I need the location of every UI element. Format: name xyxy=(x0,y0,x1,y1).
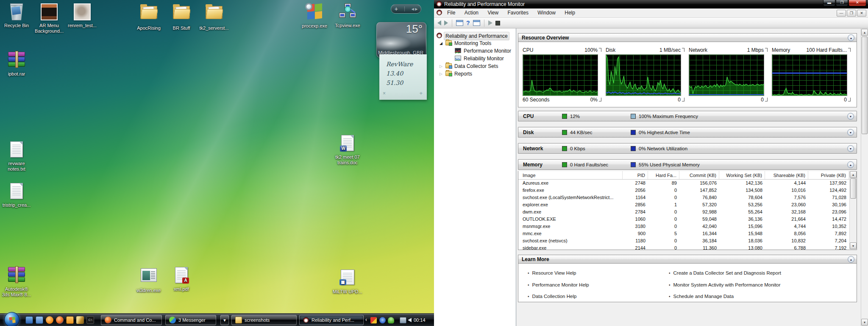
desktop-icon-procexp[interactable]: procexp.exe xyxy=(298,3,331,29)
desktop-icon-tristrip[interactable]: tristrip_crea... xyxy=(0,182,33,208)
collapse-section-button[interactable]: ▲ xyxy=(848,256,854,263)
desktop-icon-autodesk-rar[interactable]: Autodesk®3ds Max® 8... xyxy=(0,265,33,298)
collapse-section-button[interactable]: ▲ xyxy=(847,161,854,168)
table-row[interactable]: OUTLOOK.EXE1060059,04836,13621,66414,472 xyxy=(518,216,857,223)
column-header-hard-faults[interactable]: Hard Fa... xyxy=(648,171,679,179)
collapse-section-button[interactable]: ▲ xyxy=(848,34,854,41)
column-header-shareable[interactable]: Shareable (KB) xyxy=(765,171,808,179)
help-button[interactable]: ? xyxy=(466,20,470,26)
gadget-next-button[interactable]: ▶ xyxy=(415,7,417,11)
desktop-icon-revware-notes[interactable]: revwarenotes.txt xyxy=(0,140,33,172)
help-link[interactable]: Create a Data Collector Set and Diagnosi… xyxy=(669,270,781,275)
desktop-icon-xml-pdf[interactable]: A xml.pdf xyxy=(165,266,198,292)
desktop-icon-renrem[interactable]: renrem_test... xyxy=(66,3,99,28)
scroll-up-button[interactable]: ▲ xyxy=(861,29,868,36)
minimize-button[interactable]: ▬ xyxy=(823,0,835,6)
menu-view[interactable]: View xyxy=(484,8,502,17)
close-button[interactable]: ✕ xyxy=(849,0,866,6)
switch-windows-icon[interactable] xyxy=(36,316,43,324)
table-row[interactable]: explorer.exe2856157,32053,25623,06030,19… xyxy=(518,201,857,208)
scroll-down-button[interactable]: ▼ xyxy=(861,319,868,326)
desktop-icon-ar-menu[interactable]: AR MenuBackground... xyxy=(33,3,66,34)
desktop-icon-br-stuff[interactable]: BR Stuff xyxy=(165,3,198,31)
start-button[interactable] xyxy=(4,312,19,326)
menu-help[interactable]: Help xyxy=(561,8,579,17)
desktop-icon-w3dren[interactable]: w3dren.exe xyxy=(132,266,165,293)
forward-button[interactable] xyxy=(444,20,448,25)
table-row[interactable]: firefox.exe20560147,852134,50810,016124,… xyxy=(518,187,857,194)
help-link[interactable]: Monitor System Activity with Performance… xyxy=(669,282,781,287)
desktop-icon-tcpview[interactable]: Tcpview.exe xyxy=(331,3,364,28)
expand-section-button[interactable]: ▼ xyxy=(847,145,854,152)
tree-item-reports[interactable]: ▷ Reports xyxy=(434,70,516,78)
stop-button[interactable] xyxy=(495,21,500,25)
schedule-icon[interactable] xyxy=(66,316,74,324)
table-row[interactable]: Azureus.exe274889156,076142,1364,144137,… xyxy=(518,180,857,187)
taskbar-button-screenshots[interactable]: screenshots xyxy=(231,315,297,325)
help-link[interactable]: Data Collection Help xyxy=(528,294,576,299)
help-link[interactable]: Schedule and Manage Data xyxy=(669,294,734,299)
desktop-icon-tk2-meet-doc[interactable]: W tk2 meet 07trains.doc xyxy=(331,134,364,166)
desktop-icon-apocrising[interactable]: ApocRising xyxy=(132,3,165,31)
scroll-down-button[interactable]: ▼ xyxy=(850,242,857,249)
column-header-commit[interactable]: Commit (KB) xyxy=(679,171,719,179)
table-row[interactable]: svchost.exe (LocalSystemNetworkRestrict.… xyxy=(518,194,857,201)
expander-collapsed-icon[interactable]: ▷ xyxy=(440,70,442,78)
table-scrollbar[interactable]: ▲ ▼ xyxy=(849,171,857,249)
menu-action[interactable]: Action xyxy=(461,8,482,17)
sticky-note-gadget[interactable]: RevWare 13.40 51.30 × + xyxy=(379,54,427,100)
table-row[interactable]: msnmsgr.exe3180042,04015,0964,74410,352 xyxy=(518,223,857,230)
desktop-icon-tk2-serverst[interactable]: tk2_serverst... xyxy=(198,3,231,31)
title-bar[interactable]: Reliability and Performance Monitor ▬ ❐ … xyxy=(434,0,868,8)
help-link[interactable]: Resource View Help xyxy=(528,270,576,275)
scrollbar-thumb[interactable] xyxy=(850,178,856,199)
column-header-private[interactable]: Private (KB) xyxy=(808,171,849,179)
desktop-icon-ipbot-rar[interactable]: ipbot.rar xyxy=(0,50,33,77)
mdi-system-icon[interactable] xyxy=(437,10,442,15)
expander-collapsed-icon[interactable]: ▷ xyxy=(440,62,442,70)
mdi-close-button[interactable]: ✕ xyxy=(857,10,866,17)
taskbar-button-command[interactable]: Command and Co... xyxy=(101,315,162,325)
expander-expanded-icon[interactable]: ◢ xyxy=(440,39,442,47)
expand-section-button[interactable]: ▼ xyxy=(847,113,854,120)
tray-network-icon[interactable] xyxy=(400,317,406,323)
restore-button[interactable]: ❐ xyxy=(836,0,848,6)
help-link[interactable]: Performance Monitor Help xyxy=(528,282,589,287)
network-meter-bar[interactable]: Network 0 Kbps 0% Network Utilization ▼ xyxy=(518,143,857,154)
tray-msn-icon[interactable] xyxy=(379,317,386,323)
gadget-control-strip[interactable]: + ◀ ▶ xyxy=(391,4,421,14)
cpu-meter-bar[interactable]: CPU 12% 100% Maximum Frequency ▼ xyxy=(518,111,857,121)
taskbar-clock[interactable]: 00:14 xyxy=(414,318,426,323)
column-header-pid[interactable]: PID xyxy=(623,171,648,179)
taskbar-button-messenger[interactable]: 3 Messenger xyxy=(165,315,216,325)
table-row[interactable]: sidebar.exe2144011,36013,0806,7887,192 xyxy=(518,244,857,250)
desktop-icon-miltw[interactable]: ▦ MiLTW UPD... xyxy=(331,268,364,295)
memory-meter-bar[interactable]: Memory 0 Hard Faults/sec 55% Used Physic… xyxy=(518,159,857,170)
table-row[interactable]: mmc.exe900516,34415,9488,0567,892 xyxy=(518,230,857,237)
menu-file[interactable]: File xyxy=(443,8,459,17)
tray-expand-chevron[interactable]: ‹ xyxy=(365,317,367,323)
weather-gadget[interactable]: 15° Middlesbrough, GBR xyxy=(376,22,426,58)
tree-item-data-collector-sets[interactable]: ▷ Data Collector Sets xyxy=(434,62,516,70)
learn-more-header[interactable]: Learn More ▲ xyxy=(518,255,857,264)
menu-window[interactable]: Window xyxy=(534,8,559,17)
expand-section-button[interactable]: ▼ xyxy=(847,129,854,136)
note-delete-button[interactable]: × xyxy=(383,89,386,98)
back-button[interactable] xyxy=(437,20,441,25)
resource-overview-header[interactable]: Resource Overview ▲ xyxy=(518,33,857,42)
scroll-up-button[interactable]: ▲ xyxy=(850,171,857,178)
details-pane-scrollbar[interactable]: ▲ ▼ xyxy=(861,28,868,326)
tree-item-monitoring-tools[interactable]: ◢ Monitoring Tools xyxy=(434,39,516,47)
desktop-icon-recycle-bin[interactable]: Recycle Bin xyxy=(0,3,33,28)
show-console-tree-button[interactable] xyxy=(456,20,463,26)
menu-favorites[interactable]: Favorites xyxy=(504,8,532,17)
gadget-prev-button[interactable]: ◀ xyxy=(412,7,414,11)
mdi-restore-button[interactable]: ❐ xyxy=(847,10,856,17)
start-button[interactable] xyxy=(488,20,492,25)
taskbar-button-reliability[interactable]: Reliability and Perf... xyxy=(299,315,364,325)
paint-brushes-icon[interactable] xyxy=(76,316,84,324)
tray-messenger-status-icon[interactable] xyxy=(388,317,394,323)
column-header-image[interactable]: Image xyxy=(518,171,623,179)
tree-item-performance-monitor[interactable]: Performance Monitor xyxy=(434,47,516,55)
tree-item-reliability-monitor[interactable]: Reliability Monitor xyxy=(434,55,516,62)
